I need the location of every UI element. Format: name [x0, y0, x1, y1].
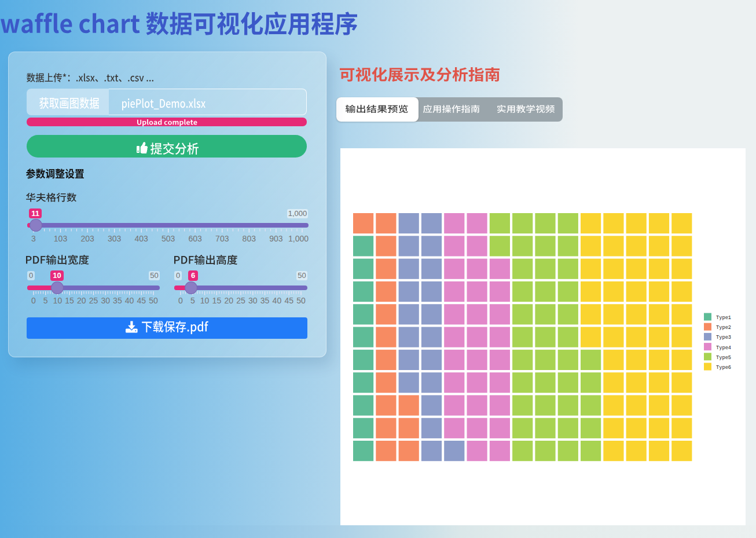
- svg-text:Type1: Type1: [716, 315, 731, 321]
- svg-text:Type4: Type4: [716, 345, 731, 351]
- svg-text:Type5: Type5: [716, 355, 731, 361]
- svg-text:Type2: Type2: [716, 325, 731, 331]
- svg-text:Type3: Type3: [716, 335, 731, 341]
- svg-text:Type6: Type6: [716, 365, 731, 371]
